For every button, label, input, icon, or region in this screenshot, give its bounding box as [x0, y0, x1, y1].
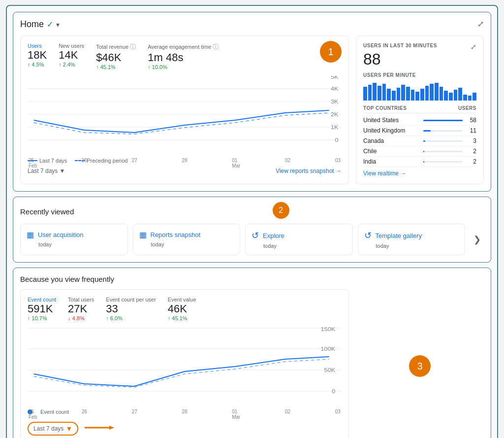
metric-value-eventvalue: 46K: [168, 303, 196, 315]
freq-chart-area: Event count 591K ↑ 10.7% Total users 27K…: [20, 289, 349, 438]
user-acquisition-sub: today: [27, 241, 122, 247]
freq-x-label-1: 26: [82, 409, 87, 420]
expand-icon[interactable]: ⤢: [477, 19, 484, 29]
country-value: 2: [467, 158, 476, 165]
freq-right-badge-area: 3: [356, 289, 484, 438]
section-badge-1: 1: [320, 41, 342, 63]
bar-item: [397, 88, 401, 101]
main-chart-area: Users 18K ↑ 4.5% New users 14K ↑ 2.4% To…: [20, 35, 349, 184]
recent-card-header-3: ↺ Explore: [252, 230, 346, 241]
metric-engagement: Average engagement time ⓘ 1m 48s ↑ 10.0%: [148, 43, 219, 70]
country-value: 11: [467, 127, 476, 134]
svg-text:0: 0: [332, 389, 335, 394]
main-container: Home ✓ ▾ ⤢ Users 18K ↑ 4.5% New users 14…: [6, 5, 498, 438]
section2-header: Recently viewed 2: [20, 204, 484, 219]
freq-x-label-2: 27: [132, 409, 137, 420]
country-row: United States 58: [363, 115, 476, 126]
metric-change-eventcountperuser: ↑ 6.0%: [106, 315, 156, 321]
freq-x-label-6: 03: [335, 409, 341, 420]
metric-label-revenue: Total revenue ⓘ: [96, 43, 136, 51]
freq-metrics-row: Event count 591K ↑ 10.7% Total users 27K…: [28, 297, 342, 321]
country-bar-wrap: [423, 140, 463, 142]
title-dropdown[interactable]: ▾: [56, 21, 60, 29]
country-name: India: [363, 158, 419, 165]
recent-card-explore[interactable]: ↺ Explore today: [245, 224, 353, 255]
realtime-expand-icon[interactable]: ⤢: [471, 43, 476, 51]
recent-card-reports-snapshot[interactable]: ▦ Reports snapshot today: [133, 224, 241, 255]
arrow-svg: [85, 424, 114, 431]
recent-card-header-2: ▦ Reports snapshot: [139, 230, 234, 239]
bar-item: [373, 83, 377, 101]
metric-label-newusers: New users: [59, 43, 84, 49]
country-row: Chile 2: [363, 146, 476, 157]
view-reports-link[interactable]: View reports snapshot →: [276, 168, 342, 174]
metric-label-eventcount: Event count: [28, 297, 56, 303]
svg-text:2K: 2K: [331, 112, 339, 117]
country-name: United States: [363, 117, 419, 124]
x-label-5: 02: [285, 158, 290, 168]
bar-item: [440, 87, 443, 101]
last7-days-button[interactable]: Last 7 days ▼: [28, 422, 78, 436]
country-bar-wrap: [423, 130, 463, 132]
period-selector[interactable]: Last 7 days ▼: [28, 168, 65, 174]
svg-text:1K: 1K: [331, 125, 339, 130]
freq-x-label-0: 25Feb: [29, 409, 37, 420]
metric-users: Users 18K ↑ 4.5%: [28, 43, 47, 67]
template-gallery-sub: today: [364, 243, 459, 249]
metric-label-engagement: Average engagement time ⓘ: [148, 43, 219, 51]
bar-item: [387, 89, 391, 101]
recently-viewed-title: Recently viewed: [20, 207, 74, 216]
recent-card-header-1: ▦ User acquisition: [27, 230, 122, 239]
explore-icon: ↺: [252, 230, 259, 241]
frequently-viewed-section: Because you view frequently Event count …: [13, 268, 491, 438]
country-row: United Kingdom 11: [363, 126, 476, 136]
metric-value-eventcount: 591K: [28, 303, 56, 315]
country-name: United Kingdom: [363, 127, 419, 134]
explore-title: Explore: [263, 232, 284, 239]
realtime-footer: View realtime →: [363, 170, 476, 177]
bar-item: [401, 85, 405, 101]
realtime-panel: ⤢ USERS IN LAST 30 MINUTES 88 USERS PER …: [356, 35, 484, 184]
x-label-4: 01Mar: [232, 158, 240, 168]
recent-card-template-gallery[interactable]: ↺ Template gallery today: [358, 224, 466, 255]
x-label-0: 25Feb: [29, 158, 37, 168]
metric-change-newusers: ↑ 2.4%: [59, 62, 84, 67]
freq-footer: Last 7 days ▼: [28, 418, 342, 436]
freq-x-label-3: 28: [182, 409, 187, 420]
svg-text:4K: 4K: [331, 87, 339, 92]
metric-value-engagement: 1m 48s: [148, 51, 219, 64]
bar-item: [425, 86, 429, 101]
freq-x-label-5: 02: [285, 409, 290, 420]
bar-item: [463, 95, 467, 101]
bar-item: [468, 96, 472, 101]
svg-text:3K: 3K: [331, 100, 339, 104]
bar-item: [415, 92, 419, 101]
bar-item: [458, 88, 462, 101]
country-bar-fill: [423, 151, 424, 152]
metric-value-totalusers: 27K: [68, 303, 94, 315]
engagement-info-icon[interactable]: ⓘ: [213, 43, 219, 50]
top-countries-header: TOP COUNTRIES USERS: [363, 105, 476, 113]
bar-item: [454, 90, 458, 101]
metric-value-users: 18K: [28, 49, 47, 62]
metric-value-revenue: $46K: [96, 51, 136, 64]
metric-change-eventvalue: ↑ 45.1%: [168, 315, 196, 321]
revenue-info-icon[interactable]: ⓘ: [130, 43, 136, 50]
bar-item: [392, 91, 396, 101]
carousel-next-arrow[interactable]: ❯: [470, 224, 484, 255]
freq-chart-x-labels: 25Feb 26 27 28 01Mar 02 03: [28, 409, 342, 420]
bar-item: [430, 84, 434, 101]
realtime-value: 88: [363, 50, 476, 68]
metric-change-engagement: ↑ 10.0%: [148, 64, 219, 70]
metric-label-totalusers: Total users: [68, 297, 94, 303]
country-row: Canada 3: [363, 136, 476, 146]
recently-grid: ▦ User acquisition today ▦ Reports snaps…: [20, 224, 484, 255]
realtime-subtitle: USERS PER MINUTE: [363, 72, 476, 78]
user-acquisition-title: User acquisition: [38, 231, 84, 238]
bar-item: [444, 91, 448, 101]
svg-text:50K: 50K: [324, 368, 336, 373]
view-realtime-link[interactable]: View realtime →: [363, 170, 476, 177]
bar-item: [378, 86, 381, 101]
metric-change-revenue: ↑ 45.1%: [96, 64, 136, 70]
recent-card-user-acquisition[interactable]: ▦ User acquisition today: [20, 224, 128, 255]
